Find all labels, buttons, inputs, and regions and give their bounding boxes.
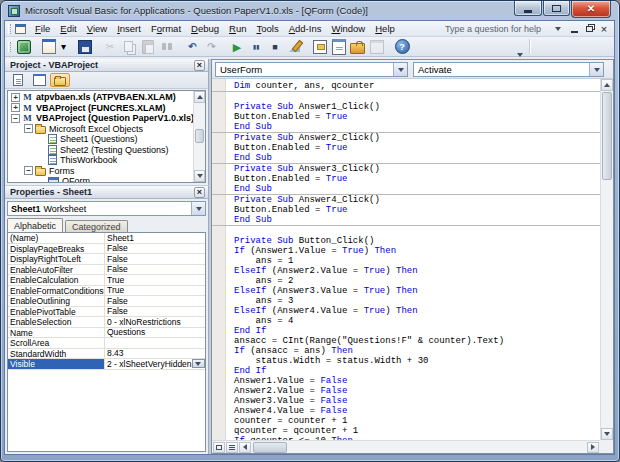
menu-file[interactable]: File (30, 22, 55, 35)
code-line[interactable]: Button.Enabled = True (212, 205, 600, 215)
tree-item[interactable]: −Microsoft Excel Objects (8, 124, 193, 135)
menu-edit[interactable]: Edit (55, 22, 81, 35)
view-object-button[interactable] (29, 73, 49, 87)
expand-icon[interactable]: + (11, 103, 20, 112)
scroll-down-icon[interactable] (601, 428, 613, 440)
property-value[interactable]: 8.43 (105, 349, 205, 359)
code-line[interactable]: counter = counter + 1 (212, 416, 600, 426)
code-line[interactable] (212, 226, 600, 236)
code-line[interactable]: End If (212, 326, 600, 336)
code-line[interactable]: ElseIf (Answer4.Value = True) Then (212, 306, 600, 316)
run-icon[interactable]: ▶ (228, 38, 246, 55)
object-dropdown[interactable]: UserForm (215, 62, 408, 77)
break-icon[interactable]: ▮▮ (247, 38, 265, 55)
insert-userform-icon[interactable] (40, 38, 58, 55)
redo-icon[interactable]: ↷ (203, 38, 221, 55)
tree-item[interactable]: −Forms (8, 166, 193, 177)
tree-item[interactable]: QForm (8, 176, 193, 182)
property-row[interactable]: EnableAutoFilterFalse (8, 265, 205, 276)
question-help-input[interactable]: Type a question for help (445, 24, 553, 34)
mdi-minimize-button[interactable] (567, 23, 581, 35)
tab-categorized[interactable]: Categorized (65, 220, 128, 232)
code-line[interactable]: status.Width = status.Width + 30 (212, 356, 600, 366)
save-icon[interactable] (76, 38, 94, 55)
mdi-restore-button[interactable] (582, 23, 596, 35)
property-name[interactable]: EnablePivotTable (8, 307, 105, 317)
expand-icon[interactable]: + (11, 93, 20, 102)
code-line[interactable]: Private Sub Answer3_Click() (212, 164, 600, 174)
menu-format[interactable]: Format (146, 22, 186, 35)
property-value[interactable]: 2 - xlSheetVeryHidden (105, 359, 205, 369)
menu-debug[interactable]: Debug (186, 22, 224, 35)
code-line[interactable]: Private Sub Answer1_Click() (212, 102, 600, 112)
code-line[interactable]: Button.Enabled = True (212, 174, 600, 184)
property-row[interactable]: Visible2 - xlSheetVeryHidden (8, 359, 205, 370)
code-line[interactable]: ElseIf (Answer2.Value = True) Then (212, 266, 600, 276)
code-line[interactable]: ElseIf (Answer3.Value = True) Then (212, 286, 600, 296)
property-value[interactable]: 0 - xlNoRestrictions (105, 317, 205, 327)
property-row[interactable]: DisplayPageBreaksFalse (8, 244, 205, 255)
tree-item[interactable]: Sheet2 (Testing Questions) (8, 145, 193, 156)
collapse-icon[interactable]: − (24, 166, 33, 175)
copy-icon[interactable] (120, 38, 138, 55)
scroll-up-icon[interactable] (194, 91, 205, 103)
property-row[interactable]: NameQuestions (8, 328, 205, 339)
code-vertical-scrollbar[interactable] (600, 79, 613, 440)
code-line[interactable]: End Sub (212, 184, 600, 194)
code-line[interactable]: Private Sub Button_Click() (212, 236, 600, 246)
chevron-down-icon[interactable] (191, 202, 205, 215)
code-line[interactable]: Button.Enabled = True (212, 143, 600, 153)
chevron-down-icon[interactable] (589, 63, 603, 76)
property-value[interactable]: Sheet1 (105, 233, 205, 243)
code-line[interactable]: Dim counter, ans, qcounter (212, 81, 600, 91)
help-icon[interactable] (393, 38, 411, 55)
property-row[interactable]: ScrollArea (8, 338, 205, 349)
project-panel-close-icon[interactable]: × (194, 60, 205, 71)
mdi-close-button[interactable]: × (597, 23, 611, 35)
code-line[interactable]: ans = 1 (212, 256, 600, 266)
scroll-thumb[interactable] (253, 442, 287, 453)
tree-item[interactable]: ThisWorkbook (8, 155, 193, 166)
tree-item[interactable]: Sheet1 (Questions) (8, 134, 193, 145)
object-browser-icon[interactable] (368, 38, 386, 55)
view-excel-icon[interactable] (15, 38, 33, 55)
code-line[interactable]: End If (212, 366, 600, 376)
menu-addins[interactable]: Add-Ins (284, 22, 327, 35)
property-name[interactable]: EnableCalculation (8, 275, 105, 285)
code-line[interactable]: Answer2.Value = False (212, 386, 600, 396)
properties-window-icon[interactable] (330, 38, 348, 55)
menu-insert[interactable]: Insert (112, 22, 146, 35)
help-dropdown-icon[interactable] (553, 24, 562, 33)
code-line[interactable]: Answer3.Value = False (212, 396, 600, 406)
code-line[interactable]: ans = 4 (212, 316, 600, 326)
property-value[interactable]: False (105, 244, 205, 254)
toolbox-icon[interactable] (349, 38, 367, 55)
property-value[interactable]: True (105, 286, 205, 296)
close-button[interactable]: ✕ (571, 1, 611, 18)
property-value[interactable]: False (105, 307, 205, 317)
procedure-dropdown[interactable]: Activate (413, 62, 604, 77)
property-row[interactable]: EnableOutliningFalse (8, 296, 205, 307)
menu-view[interactable]: View (82, 22, 112, 35)
toolbar-grip[interactable] (8, 42, 11, 52)
property-name[interactable]: EnableAutoFilter (8, 265, 105, 275)
chevron-down-icon[interactable] (192, 359, 205, 368)
project-tree-scrollbar[interactable] (193, 91, 205, 182)
tree-item[interactable]: +atpvbaen.xls (ATPVBAEN.XLAM) (8, 92, 193, 103)
code-line[interactable]: qcounter = qcounter + 1 (212, 426, 600, 436)
property-row[interactable]: DisplayRightToLeftFalse (8, 254, 205, 265)
code-line[interactable]: If (ansacc = ans) Then (212, 346, 600, 356)
undo-icon[interactable]: ↶ (184, 38, 202, 55)
tree-item[interactable]: −VBAProject (Question PaperV1.0.xls) (8, 113, 193, 124)
property-row[interactable]: EnableCalculationTrue (8, 275, 205, 286)
code-line[interactable]: End Sub (212, 215, 600, 225)
scroll-thumb[interactable] (195, 129, 204, 143)
menubar-grip[interactable] (8, 24, 11, 34)
menu-tools[interactable]: Tools (252, 22, 284, 35)
property-value[interactable]: False (105, 296, 205, 306)
scroll-right-icon[interactable] (587, 442, 599, 453)
property-name[interactable]: StandardWidth (8, 349, 105, 359)
property-value[interactable]: True (105, 275, 205, 285)
property-name[interactable]: DisplayRightToLeft (8, 254, 105, 264)
project-explorer-icon[interactable] (311, 38, 329, 55)
